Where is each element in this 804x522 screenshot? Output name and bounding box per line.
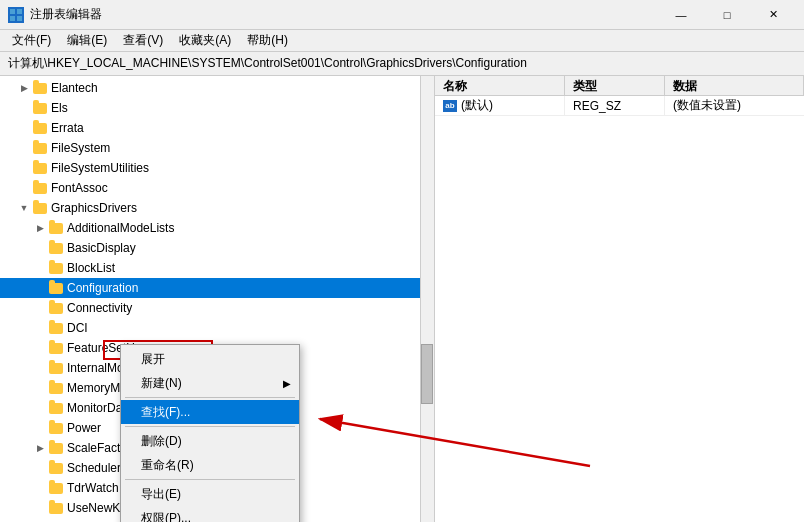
ctx-expand[interactable]: 展开	[121, 347, 299, 371]
tree-item-label: Scheduler	[67, 458, 121, 478]
tree-item-label: AdditionalModeLists	[67, 218, 174, 238]
expander-mm	[32, 380, 48, 396]
ctx-new-label: 新建(N)	[141, 375, 182, 392]
ctx-find[interactable]: 查找(F)...	[121, 400, 299, 424]
menu-edit[interactable]: 编辑(E)	[59, 30, 115, 51]
menu-help[interactable]: 帮助(H)	[239, 30, 296, 51]
expander-els	[16, 100, 32, 116]
expander-tdr	[32, 480, 48, 496]
address-bar: 计算机\HKEY_LOCAL_MACHINE\SYSTEM\ControlSet…	[0, 52, 804, 76]
folder-icon	[32, 101, 48, 115]
tree-scrollbar-thumb[interactable]	[421, 344, 433, 404]
expander-config	[32, 280, 48, 296]
tree-scrollbar[interactable]	[420, 76, 434, 522]
tree-item-graphicsdrivers[interactable]: ▼ GraphicsDrivers	[0, 198, 434, 218]
tree-item-label: TdrWatch	[67, 478, 119, 498]
address-path: 计算机\HKEY_LOCAL_MACHINE\SYSTEM\ControlSet…	[8, 55, 527, 72]
menu-bar: 文件(F) 编辑(E) 查看(V) 收藏夹(A) 帮助(H)	[0, 30, 804, 52]
title-bar: 注册表编辑器 — □ ✕	[0, 0, 804, 30]
tree-item-blocklist[interactable]: BlockList	[0, 258, 434, 278]
close-button[interactable]: ✕	[750, 0, 796, 30]
ctx-separator-1	[125, 397, 295, 398]
tree-item-label: FileSystemUtilities	[51, 158, 149, 178]
registry-type: REG_SZ	[565, 96, 665, 116]
right-panel: 名称 类型 数据 ab (默认) REG_SZ (数值未设置)	[435, 76, 804, 522]
ctx-export[interactable]: 导出(E)	[121, 482, 299, 506]
expander-bl	[32, 260, 48, 276]
tree-item-label: GraphicsDrivers	[51, 198, 137, 218]
tree-item-label: DCI	[67, 318, 88, 338]
expander-sf[interactable]: ▶	[32, 440, 48, 456]
tree-item-label: FileSystem	[51, 138, 110, 158]
registry-data: (数值未设置)	[665, 96, 804, 116]
svg-rect-3	[17, 16, 22, 21]
expander-bd	[32, 240, 48, 256]
menu-file[interactable]: 文件(F)	[4, 30, 59, 51]
folder-icon	[48, 301, 64, 315]
tree-item-label: FontAssoc	[51, 178, 108, 198]
tree-item-additionalmodelists[interactable]: ▶ AdditionalModeLists	[0, 218, 434, 238]
tree-item-connectivity[interactable]: Connectivity	[0, 298, 434, 318]
folder-icon	[48, 501, 64, 515]
expander-gd[interactable]: ▼	[16, 200, 32, 216]
column-headers: 名称 类型 数据	[435, 76, 804, 96]
window-controls: — □ ✕	[658, 0, 796, 30]
tree-item-filesystemutil[interactable]: FileSystemUtilities	[0, 158, 434, 178]
tree-item-basicdisplay[interactable]: BasicDisplay	[0, 238, 434, 258]
tree-item-label: Els	[51, 98, 68, 118]
ctx-delete[interactable]: 删除(D)	[121, 429, 299, 453]
menu-favorites[interactable]: 收藏夹(A)	[171, 30, 239, 51]
folder-icon	[48, 361, 64, 375]
tree-item-label: Power	[67, 418, 101, 438]
ctx-delete-label: 删除(D)	[141, 433, 182, 450]
ctx-permissions[interactable]: 权限(P)...	[121, 506, 299, 522]
ctx-permissions-label: 权限(P)...	[141, 510, 191, 523]
menu-view[interactable]: 查看(V)	[115, 30, 171, 51]
expander-fsu2	[32, 340, 48, 356]
svg-rect-1	[17, 9, 22, 14]
tree-item-filesystem[interactable]: FileSystem	[0, 138, 434, 158]
expander-fsu	[16, 160, 32, 176]
col-header-type: 类型	[565, 76, 665, 96]
ctx-new[interactable]: 新建(N) ▶	[121, 371, 299, 395]
tree-item-els[interactable]: Els	[0, 98, 434, 118]
expander-errata	[16, 120, 32, 136]
tree-item-label: BasicDisplay	[67, 238, 136, 258]
expander-fontassoc	[16, 180, 32, 196]
tree-item-label: Errata	[51, 118, 84, 138]
folder-icon	[48, 321, 64, 335]
minimize-button[interactable]: —	[658, 0, 704, 30]
folder-icon	[32, 201, 48, 215]
ab-icon: ab	[443, 100, 457, 112]
tree-item-configuration[interactable]: Configuration	[0, 278, 434, 298]
folder-icon	[48, 281, 64, 295]
folder-icon	[48, 241, 64, 255]
expander-aml[interactable]: ▶	[32, 220, 48, 236]
ctx-expand-label: 展开	[141, 351, 165, 368]
ctx-new-arrow: ▶	[283, 378, 291, 389]
ctx-rename-label: 重命名(R)	[141, 457, 194, 474]
ctx-rename[interactable]: 重命名(R)	[121, 453, 299, 477]
tree-item-elantech[interactable]: ▶ Elantech	[0, 78, 434, 98]
folder-icon	[48, 221, 64, 235]
folder-icon	[32, 181, 48, 195]
tree-item-fontassoc[interactable]: FontAssoc	[0, 178, 434, 198]
maximize-button[interactable]: □	[704, 0, 750, 30]
folder-icon	[32, 121, 48, 135]
folder-icon	[32, 161, 48, 175]
registry-row[interactable]: ab (默认) REG_SZ (数值未设置)	[435, 96, 804, 116]
window-title: 注册表编辑器	[30, 6, 658, 23]
expander-elantech[interactable]: ▶	[16, 80, 32, 96]
tree-item-errata[interactable]: Errata	[0, 118, 434, 138]
context-menu: 展开 新建(N) ▶ 查找(F)... 删除(D) 重命名(R) 导出(E) 权…	[120, 344, 300, 522]
folder-icon	[32, 141, 48, 155]
folder-icon	[48, 481, 64, 495]
tree-item-label: Connectivity	[67, 298, 132, 318]
tree-item-dci[interactable]: DCI	[0, 318, 434, 338]
ctx-export-label: 导出(E)	[141, 486, 181, 503]
col-header-data: 数据	[665, 76, 804, 96]
ctx-separator-3	[125, 479, 295, 480]
folder-icon	[48, 341, 64, 355]
folder-icon	[48, 441, 64, 455]
app-icon	[8, 7, 24, 23]
